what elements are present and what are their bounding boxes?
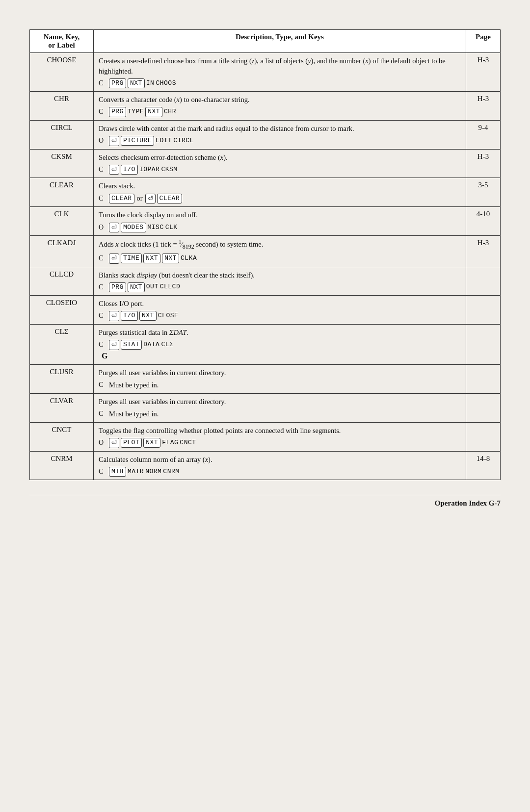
section-label-g: G bbox=[102, 352, 107, 360]
entry-page: H-3 bbox=[466, 92, 501, 120]
table-row: CLKADJAdds x clock ticks (1 tick = 1⁄819… bbox=[30, 236, 501, 267]
entry-desc: Closes I/O port.C⏎I/ONXTCLOSE bbox=[94, 295, 466, 324]
entry-name: CLOSEIO bbox=[30, 295, 94, 324]
header-desc: Description, Type, and Keys bbox=[94, 30, 466, 53]
entry-name: CNRM bbox=[30, 451, 94, 480]
entry-name: CLUSR bbox=[30, 364, 94, 393]
entry-page bbox=[466, 267, 501, 295]
key-sequence: O⏎PLOTNXTFLAGCNCT bbox=[99, 438, 461, 448]
table-row: CLEARClears stack.CCLEARor⏎CLEAR3-5 bbox=[30, 178, 501, 207]
key-sequence: O⏎MODESMISCCLK bbox=[99, 223, 461, 233]
table-row: CHOOSECreates a user-defined choose box … bbox=[30, 53, 501, 92]
entry-name: CKSM bbox=[30, 149, 94, 178]
table-row: CHRConverts a character code (x) to one-… bbox=[30, 92, 501, 120]
entry-page: 9-4 bbox=[466, 120, 501, 149]
table-row: CNRMCalculates column norm of an array (… bbox=[30, 451, 501, 480]
entry-page bbox=[466, 422, 501, 451]
entry-name: CNCT bbox=[30, 422, 94, 451]
entry-name: CLKADJ bbox=[30, 236, 94, 267]
key-sequence: C⏎STATDATACLΣ bbox=[99, 340, 461, 350]
header-page: Page bbox=[466, 30, 501, 53]
entry-page: H-3 bbox=[466, 149, 501, 178]
table-row: CLVARPurges all user variables in curren… bbox=[30, 393, 501, 422]
entry-name: CLLCD bbox=[30, 267, 94, 295]
entry-desc: Toggles the flag controlling whether plo… bbox=[94, 422, 466, 451]
entry-name: CLEAR bbox=[30, 178, 94, 207]
key-sequence: CMust be typed in. bbox=[99, 380, 461, 390]
key-sequence: C⏎I/ONXTCLOSE bbox=[99, 311, 461, 321]
entry-page: 4-10 bbox=[466, 207, 501, 236]
entry-desc: Creates a user-defined choose box from a… bbox=[94, 53, 466, 92]
entry-desc: Draws circle with center at the mark and… bbox=[94, 120, 466, 149]
entry-name: CIRCL bbox=[30, 120, 94, 149]
key-sequence: O⏎PICTUREEDITCIRCL bbox=[99, 136, 461, 146]
entry-desc: Calculates column norm of an array (x).C… bbox=[94, 451, 466, 480]
key-sequence: CCLEARor⏎CLEAR bbox=[99, 193, 461, 203]
entry-desc: Purges statistical data in ΣDAT.C⏎STATDA… bbox=[94, 324, 466, 364]
page-wrapper: Name, Key,or Label Description, Type, an… bbox=[29, 29, 501, 508]
footer-bar: Operation Index G-7 bbox=[29, 495, 501, 508]
key-sequence: CMTHMATRNORMCNRM bbox=[99, 467, 461, 477]
key-sequence: C⏎I/OIOPARCKSM bbox=[99, 165, 461, 175]
entry-name: CHOOSE bbox=[30, 53, 94, 92]
entry-desc: Adds x clock ticks (1 tick = 1⁄8192 seco… bbox=[94, 236, 466, 267]
footer-text: Operation Index G-7 bbox=[435, 499, 501, 508]
entry-desc: Purges all user variables in current dir… bbox=[94, 393, 466, 422]
key-sequence: CPRGNXTINCHOOS bbox=[99, 78, 461, 88]
key-sequence: CMust be typed in. bbox=[99, 409, 461, 419]
entry-page bbox=[466, 295, 501, 324]
entry-page: 3-5 bbox=[466, 178, 501, 207]
key-sequence: CPRGTYPENXTCHR bbox=[99, 107, 461, 117]
table-row: CLKTurns the clock display on and off.O⏎… bbox=[30, 207, 501, 236]
entry-page bbox=[466, 393, 501, 422]
entry-page: H-3 bbox=[466, 53, 501, 92]
entry-name: CLVAR bbox=[30, 393, 94, 422]
entry-name: CLΣ bbox=[30, 324, 94, 364]
table-row: CLLCDBlanks stack display (but doesn't c… bbox=[30, 267, 501, 295]
entry-page bbox=[466, 324, 501, 364]
entry-page: 14-8 bbox=[466, 451, 501, 480]
table-row: CLΣPurges statistical data in ΣDAT.C⏎STA… bbox=[30, 324, 501, 364]
table-row: CNCTToggles the flag controlling whether… bbox=[30, 422, 501, 451]
table-row: CKSMSelects checksum error-detection sch… bbox=[30, 149, 501, 178]
table-row: CLUSRPurges all user variables in curren… bbox=[30, 364, 501, 393]
key-sequence: C⏎TIMENXTNXTCLKA bbox=[99, 254, 461, 264]
table-row: CIRCLDraws circle with center at the mar… bbox=[30, 120, 501, 149]
entry-page: H-3 bbox=[466, 236, 501, 267]
entry-desc: Converts a character code (x) to one-cha… bbox=[94, 92, 466, 120]
entry-name: CLK bbox=[30, 207, 94, 236]
entry-page bbox=[466, 364, 501, 393]
table-row: CLOSEIOCloses I/O port.C⏎I/ONXTCLOSE bbox=[30, 295, 501, 324]
entry-desc: Purges all user variables in current dir… bbox=[94, 364, 466, 393]
entry-desc: Blanks stack display (but doesn't clear … bbox=[94, 267, 466, 295]
header-name: Name, Key,or Label bbox=[30, 30, 94, 53]
entry-desc: Selects checksum error-detection scheme … bbox=[94, 149, 466, 178]
entry-desc: Clears stack.CCLEARor⏎CLEAR bbox=[94, 178, 466, 207]
main-table: Name, Key,or Label Description, Type, an… bbox=[29, 29, 501, 480]
entry-desc: Turns the clock display on and off.O⏎MOD… bbox=[94, 207, 466, 236]
entry-name: CHR bbox=[30, 92, 94, 120]
key-sequence: CPRGNXTOUTCLLCD bbox=[99, 282, 461, 292]
